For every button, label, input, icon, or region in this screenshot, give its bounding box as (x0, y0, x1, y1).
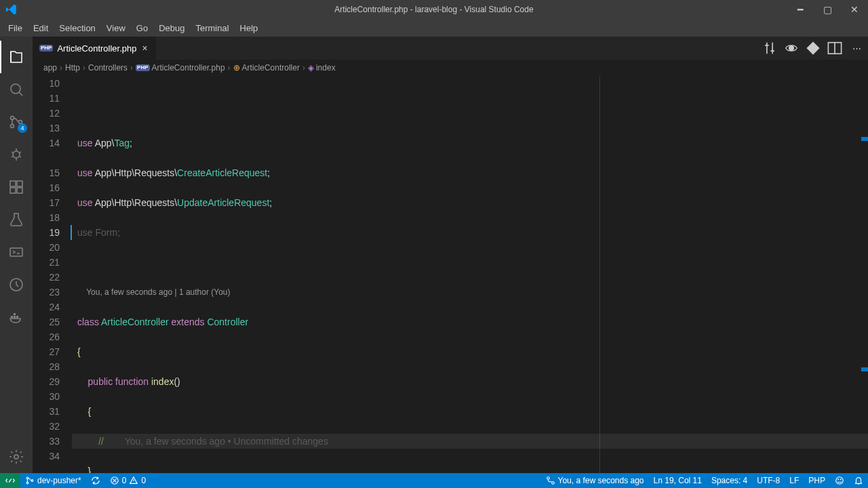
test-icon[interactable] (0, 203, 33, 236)
menu-debug[interactable]: Debug (153, 21, 190, 35)
compare-changes-icon[interactable] (762, 41, 777, 56)
explorer-icon[interactable] (0, 41, 33, 73)
editor-group: PHP ArticleController.php × ⋯ app› Http›… (33, 37, 868, 473)
svg-point-1 (11, 117, 14, 120)
debug-icon[interactable] (0, 138, 33, 171)
feedback-icon[interactable] (830, 473, 849, 488)
menu-selection[interactable]: Selection (54, 21, 100, 35)
menu-bar: File Edit Selection View Go Debug Termin… (0, 19, 868, 37)
tab-label: ArticleController.php (57, 43, 136, 54)
svg-rect-14 (14, 313, 16, 315)
class-symbol-icon: ⊕ (233, 63, 240, 73)
git-branch[interactable]: dev-pusher* (20, 473, 86, 488)
search-icon[interactable] (0, 73, 33, 106)
breadcrumb-item[interactable]: Controllers (88, 63, 127, 73)
remote-icon[interactable] (0, 236, 33, 268)
eol[interactable]: LF (785, 473, 804, 488)
php-file-icon: PHP (136, 64, 149, 71)
more-actions-icon[interactable]: ⋯ (849, 41, 864, 56)
svg-point-25 (838, 479, 839, 480)
encoding[interactable]: UTF-8 (752, 473, 785, 488)
svg-point-2 (11, 125, 14, 128)
menu-file[interactable]: File (3, 21, 28, 35)
gitlens-blame[interactable]: You, a few seconds ago (541, 473, 649, 488)
menu-view[interactable]: View (101, 21, 131, 35)
svg-point-20 (31, 480, 33, 482)
liveshare-icon[interactable] (0, 268, 33, 301)
docker-icon[interactable] (0, 301, 33, 333)
menu-terminal[interactable]: Terminal (190, 21, 234, 35)
breadcrumbs[interactable]: app› Http› Controllers› PHP ArticleContr… (33, 60, 868, 76)
code-content[interactable]: use App\Tag; use App\Http\Requests\Creat… (72, 76, 868, 473)
svg-rect-6 (17, 181, 22, 186)
language-mode[interactable]: PHP (804, 473, 830, 488)
inline-blame: You, a few seconds ago • Uncommitted cha… (125, 436, 328, 447)
split-editor-icon[interactable] (827, 41, 842, 56)
extensions-icon[interactable] (0, 171, 33, 203)
svg-rect-11 (11, 316, 13, 318)
status-bar: dev-pusher* 0 0 You, a few seconds ago L… (0, 473, 868, 488)
minimize-button[interactable]: ━ (787, 0, 814, 19)
svg-point-24 (836, 477, 844, 485)
cursor-position[interactable]: Ln 19, Col 11 (649, 473, 707, 488)
settings-gear-icon[interactable] (0, 441, 33, 473)
activity-bar: 4 (0, 37, 33, 473)
svg-rect-5 (10, 181, 16, 186)
close-tab-icon[interactable]: × (141, 43, 149, 54)
breadcrumb-item[interactable]: ◈index (308, 63, 336, 73)
source-control-icon[interactable]: 4 (0, 106, 33, 138)
svg-point-23 (551, 482, 554, 485)
svg-point-16 (789, 45, 794, 51)
svg-point-22 (547, 477, 549, 480)
svg-point-15 (14, 455, 18, 459)
vscode-logo-icon (5, 3, 18, 16)
svg-rect-7 (10, 188, 16, 193)
title-bar: ArticleController.php - laravel-blog - V… (0, 0, 868, 19)
tab-article-controller[interactable]: PHP ArticleController.php × (33, 37, 157, 60)
overview-ruler-mark (861, 367, 868, 371)
menu-help[interactable]: Help (235, 21, 264, 35)
svg-point-0 (11, 84, 20, 94)
svg-point-4 (13, 151, 20, 158)
svg-point-18 (26, 477, 28, 479)
sync-button[interactable] (86, 473, 105, 488)
php-file-icon: PHP (39, 45, 53, 52)
menu-go[interactable]: Go (131, 21, 153, 35)
close-button[interactable]: ✕ (841, 0, 868, 19)
gitlens-icon[interactable] (806, 41, 821, 56)
maximize-button[interactable]: ▢ (814, 0, 841, 19)
breadcrumb-item[interactable]: Http (65, 63, 80, 73)
toggle-file-blame-icon[interactable] (784, 41, 799, 56)
line-number-gutter[interactable]: 1011121314 15161718 19 20212223242526272… (33, 76, 72, 473)
window-title: ArticleController.php - laravel-blog - V… (0, 5, 868, 14)
tab-bar: PHP ArticleController.php × ⋯ (33, 37, 868, 60)
svg-point-19 (26, 482, 28, 484)
code-lens[interactable]: You, a few seconds ago | 1 author (You) (72, 285, 868, 300)
code-editor[interactable]: 1011121314 15161718 19 20212223242526272… (33, 76, 868, 473)
problems-indicator[interactable]: 0 0 (105, 473, 151, 488)
menu-edit[interactable]: Edit (28, 21, 54, 35)
svg-rect-9 (10, 248, 22, 256)
breadcrumb-item[interactable]: PHP ArticleController.php (136, 63, 225, 73)
breadcrumb-item[interactable]: ⊕ArticleController (233, 63, 300, 73)
svg-rect-8 (17, 188, 22, 193)
indentation[interactable]: Spaces: 4 (707, 473, 752, 488)
scm-badge: 4 (18, 123, 27, 133)
svg-rect-13 (16, 316, 18, 318)
svg-point-26 (840, 479, 841, 480)
remote-indicator[interactable] (0, 473, 20, 488)
svg-rect-12 (14, 316, 16, 318)
method-symbol-icon: ◈ (308, 63, 314, 73)
breadcrumb-item[interactable]: app (43, 63, 57, 73)
notifications-icon[interactable] (849, 473, 868, 488)
